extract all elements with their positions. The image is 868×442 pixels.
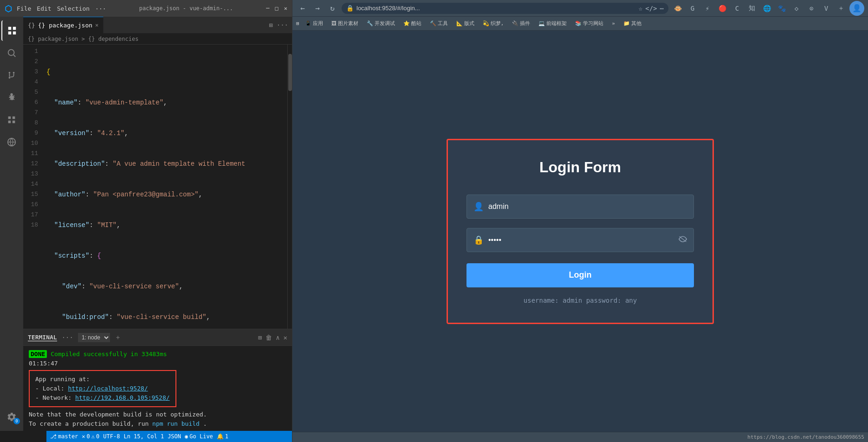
password-field[interactable]: 🔒 — [466, 228, 694, 252]
code-view-icon[interactable]: </> — [645, 5, 657, 12]
address-bar-container[interactable]: 🔒 ☆ </> ⋯ — [342, 3, 668, 14]
username-input[interactable] — [488, 202, 687, 211]
activity-bar: 0 — [0, 17, 23, 431]
notification-count: 0 — [13, 418, 20, 424]
file-tab-package-json[interactable]: {} {} package.json ✕ — [23, 17, 104, 33]
bookmark-other[interactable]: » — [609, 20, 618, 27]
login-hint: username: admin password: any — [466, 297, 694, 304]
terminal-selector[interactable]: 1: node — [78, 333, 110, 342]
ext-icon-6[interactable]: 🐾 — [775, 2, 788, 15]
go-live[interactable]: ◉ Go Live — [185, 433, 213, 440]
source-control-icon[interactable] — [1, 65, 22, 85]
more-actions-icon[interactable]: ··· — [277, 21, 288, 29]
menu-edit[interactable]: Edit — [37, 5, 51, 12]
network-url-link[interactable]: http://192.168.0.105:9528/ — [75, 394, 170, 401]
line-col[interactable]: Ln 15, Col 1 — [123, 433, 164, 440]
login-card-wrapper: Login Form 👤 🔒 — [447, 139, 714, 324]
remote-icon[interactable] — [1, 132, 22, 152]
split-terminal-icon[interactable]: ⊞ — [258, 334, 262, 341]
terminal-note: Note that the development build is not o… — [29, 410, 286, 419]
forward-button[interactable]: → — [311, 2, 324, 15]
ext-icon-2[interactable]: 🔴 — [716, 2, 729, 15]
new-tab-icon[interactable]: ＋ — [835, 2, 848, 15]
svg-point-4 — [9, 72, 11, 74]
login-card: Login Form 👤 🔒 — [448, 140, 713, 323]
login-button[interactable]: Login — [466, 263, 694, 287]
refresh-button[interactable]: ↻ — [326, 2, 339, 15]
browser-toolbar-icons: 🐵 G ⚡ 🔴 C 知 🌐 🐾 ◇ ⊙ V ＋ 👤 — [671, 1, 864, 16]
terminal-more-icon[interactable]: ··· — [62, 334, 73, 341]
code-editor[interactable]: 12345 678910 1112131415 161718 { "name":… — [23, 45, 292, 329]
bookmark-tools[interactable]: 🔨工具 — [427, 19, 451, 28]
terminal-body[interactable]: DONE Compiled successfully in 33483ms 01… — [23, 346, 292, 431]
username-field[interactable]: 👤 — [466, 195, 694, 219]
terminal-app-box: App running at: - Local: http://localhos… — [29, 370, 176, 407]
password-input[interactable] — [488, 236, 674, 244]
terminal-network: - Network: http://192.168.0.105:9528/ — [35, 393, 170, 403]
user-icon: 👤 — [473, 202, 484, 211]
bookmark-misc[interactable]: 📁其他 — [621, 19, 644, 28]
minimize-button[interactable]: ─ — [266, 5, 269, 12]
close-terminal-icon[interactable]: ✕ — [284, 334, 287, 341]
svg-point-0 — [8, 50, 14, 56]
menu-file[interactable]: File — [17, 5, 31, 12]
bookmark-apps[interactable]: 📱应用 — [302, 19, 326, 28]
encoding[interactable]: UTF-8 — [103, 433, 120, 440]
bookmark-frontend[interactable]: 💻前端框架 — [536, 19, 570, 28]
ext-icon-3[interactable]: C — [731, 2, 744, 15]
local-url-link[interactable]: http://localhost:9528/ — [68, 385, 148, 392]
menu-ellipsis[interactable]: ··· — [95, 5, 106, 12]
bookmark-images[interactable]: 🖼图片素材 — [329, 19, 361, 28]
more-options-icon[interactable]: ⋯ — [660, 5, 664, 12]
github-icon[interactable]: ⊙ — [805, 2, 818, 15]
explorer-icon[interactable] — [1, 20, 22, 41]
back-button[interactable]: ← — [296, 2, 309, 15]
title-bar: ⬡ File Edit Selection ··· package.json -… — [0, 0, 292, 17]
branch-name: master — [58, 433, 78, 440]
settings-icon[interactable]: 0 — [1, 407, 22, 427]
bookmark-zidream[interactable]: 💫织梦, — [480, 19, 507, 28]
browser-content: Login Form 👤 🔒 — [292, 31, 868, 432]
bell-icon: 🔔 — [217, 433, 224, 440]
ext-icon-v[interactable]: V — [820, 2, 833, 15]
git-branch[interactable]: ⎇ master — [50, 433, 78, 440]
browser-chrome: ← → ↻ 🔒 ☆ </> ⋯ 🐵 G ⚡ 🔴 C 知 🌐 🐾 ◇ ⊙ V ＋ … — [292, 0, 868, 17]
tab-actions: ⊞ ··· — [269, 21, 292, 29]
address-bar[interactable] — [356, 5, 636, 12]
tab-close-button[interactable]: ✕ — [95, 22, 98, 28]
delete-terminal-icon[interactable]: 🗑 — [266, 334, 272, 341]
bookmark-star-icon[interactable]: ☆ — [639, 5, 642, 12]
window-controls: ─ □ ✕ — [266, 5, 287, 12]
ext-icon-1[interactable]: ⚡ — [701, 2, 714, 15]
bookmark-plugins[interactable]: 🔌插件 — [509, 19, 533, 28]
ext-icon-7[interactable]: ◇ — [790, 2, 803, 15]
terminal-add-icon[interactable]: ＋ — [115, 333, 121, 342]
debug-icon[interactable] — [1, 87, 22, 108]
bookmark-layout[interactable]: 📐版式 — [453, 19, 477, 28]
editor-scrollbar[interactable] — [287, 45, 292, 329]
collapse-terminal-icon[interactable]: ∧ — [276, 334, 279, 341]
ext-icon-5[interactable]: 🌐 — [760, 2, 773, 15]
ext-icon-4[interactable]: 知 — [745, 2, 758, 15]
grammarly-icon[interactable]: G — [686, 2, 699, 15]
extensions-icon[interactable] — [1, 110, 22, 130]
scrollbar-thumb[interactable] — [288, 54, 292, 91]
maximize-button[interactable]: □ — [275, 5, 279, 12]
line-numbers: 12345 678910 1112131415 161718 — [23, 45, 43, 329]
split-editor-icon[interactable]: ⊞ — [269, 21, 272, 29]
search-icon[interactable] — [1, 43, 22, 63]
language-mode[interactable]: JSON — [168, 433, 181, 440]
tampermonkey-icon[interactable]: 🐵 — [671, 2, 684, 15]
npm-run-build-link[interactable]: npm run build — [152, 420, 200, 427]
close-button[interactable]: ✕ — [284, 5, 287, 12]
bookmark-learning[interactable]: 📚学习网站 — [572, 19, 606, 28]
menu-selection[interactable]: Selection — [57, 5, 90, 12]
error-count[interactable]: ✕ 0 ⚠ 0 — [82, 433, 99, 440]
notification-status[interactable]: 🔔 1 — [217, 433, 228, 440]
bookmark-devtools[interactable]: 🔧开发调试 — [364, 19, 398, 28]
done-badge: DONE — [29, 350, 47, 358]
status-bar: ⎇ master ✕ 0 ⚠ 0 UTF-8 Ln 15, Col 1 JSON… — [46, 431, 292, 442]
toggle-password-icon[interactable] — [679, 235, 687, 244]
bookmark-coolsite[interactable]: ⭐酷站 — [401, 19, 424, 28]
profile-icon[interactable]: 👤 — [849, 1, 864, 16]
